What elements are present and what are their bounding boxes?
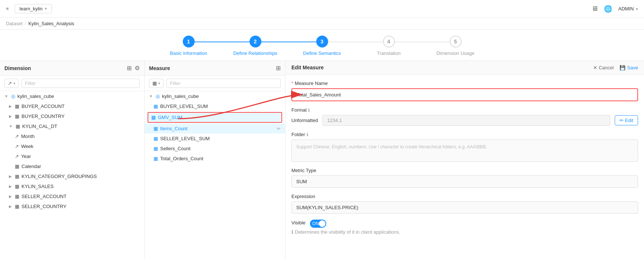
steps-wizard: 1 Basic Information 2 Define Relationshi… [0,30,644,61]
form-group-measure-name: * Measure Name [291,80,638,101]
tree-item-month[interactable]: ↗ Month [0,131,144,141]
folder-input-box[interactable]: Support Chinese, English, numbers. Use \… [291,139,638,162]
measure-type-dropdown[interactable]: ▦ ▾ [149,79,164,88]
measure-item-total-orders-count[interactable]: ▦ Total_Orders_Count [145,154,285,164]
step-1[interactable]: 1 Basic Information [155,36,222,56]
measure-title: Measure [149,65,170,71]
toggle-knob [319,220,326,227]
dimension-type-dropdown[interactable]: ↗ ▾ [4,79,19,88]
required-star: * [291,80,293,86]
unformatted-label: Unformatted [291,118,318,123]
table-icon: ▦ [15,204,19,209]
format-edit-button[interactable]: ✏ Edit [615,115,638,125]
tree-item-seller-country[interactable]: ▶ ▦ SELLER_COUNTRY [0,201,144,211]
breadcrumb-separator: / [25,21,26,26]
format-label: Format ℹ [291,107,638,113]
expression-value: SUM(KYLIN_SALES.PRICE) [291,201,638,214]
step-3-label: Define Semantics [303,50,341,56]
edit-measure-body: * Measure Name Format ℹ Unformatted 1234… [285,75,644,260]
toggle-on-label: ON [312,221,319,226]
tree-item-kylin-cal-dt[interactable]: ▼ ▦ KYLIN_CAL_DT [0,121,144,131]
table-icon: ▦ [15,103,19,109]
dimension-filter-input[interactable] [22,79,140,88]
step-3-circle: 3 [316,36,328,47]
measure-filter-input[interactable] [166,79,281,88]
tree-item-kylin-category[interactable]: ▶ ▦ KYLIN_CATEGORY_GROUPINGS [0,171,144,181]
tree-item-buyer-account[interactable]: ▶ ▦ BUYER_ACCOUNT [0,101,144,111]
admin-menu[interactable]: ADMIN ▾ [618,6,638,11]
dimension-icon-1[interactable]: ⊞ [127,65,132,72]
step-1-circle: 1 [183,36,195,47]
measure-item-gmv-sum[interactable]: ▦ GMV_SUM [148,112,282,123]
step-5-circle: 5 [450,36,462,47]
step-4-circle: 4 [383,36,395,47]
measure-bar-icon: ▦ [153,156,158,161]
menu-button[interactable]: ≡ [6,6,9,11]
form-group-format: Format ℹ Unformatted 1234.1 ✏ Edit [291,107,638,126]
tree-item-seller-account[interactable]: ▶ ▦ SELLER_ACCOUNT [0,191,144,201]
tree-item-year[interactable]: ↗ Year [0,151,144,161]
edit-measure-title: Edit Measure [291,65,324,70]
edit-measure-header: Edit Measure ✕ Cancel 💾 Save [285,61,644,75]
measure-name-input[interactable] [291,88,638,101]
step-4[interactable]: 4 Translation [356,36,422,56]
metric-type-value: SUM [291,175,638,188]
expand-icon: ▶ [9,204,12,208]
table-icon: ▦ [15,174,19,179]
form-group-expression: Expression SUM(KYLIN_SALES.PRICE) [291,194,638,214]
measure-item-items-count[interactable]: ▦ Items_Count ✏ [145,124,285,134]
cube-icon: ◎ [156,93,160,99]
dropdown-chevron: ▾ [13,81,15,85]
folder-info-icon[interactable]: ℹ [307,132,308,137]
measure-tree: ▼ ◎ kylin_sales_cube ▦ BUYER_LEVEL_SUM ▦… [145,91,285,260]
tree-item-kylin-sales[interactable]: ▶ ▦ KYLIN_SALES [0,181,144,191]
measure-item-sellers-count[interactable]: ▦ Sellers_Count [145,144,285,154]
measure-icon-table[interactable]: ⊞ [276,65,281,72]
form-group-metric-type: Metric Type SUM [291,168,638,188]
items-count-edit-icon[interactable]: ✏ [277,126,281,131]
save-button[interactable]: 💾 Save [620,65,638,70]
measure-icons: ⊞ [276,65,281,72]
calendar-icon: ▦ [15,164,19,169]
tree-item-calendar[interactable]: ▦ Calendar [0,161,144,171]
tree-item-buyer-country[interactable]: ▶ ▦ BUYER_COUNTRY [0,111,144,121]
measure-name-label: * Measure Name [291,80,638,86]
breadcrumb-dataset[interactable]: Dataset [6,21,23,26]
step-5-label: Dimension Usage [436,50,475,56]
step-2[interactable]: 2 Define Relationships [222,36,289,56]
chevron-down-icon: ▾ [45,6,47,11]
expand-icon: ▶ [9,194,12,198]
topnav-right: 🖥 🌐 ADMIN ▾ [591,5,638,13]
tree-item-week[interactable]: ↗ Week [0,141,144,151]
form-group-visible: Visible ON ℹ Determines the visibility o… [291,220,638,235]
measure-item-buyer-level-sum[interactable]: ▦ BUYER_LEVEL_SUM [145,101,285,111]
measure-bar-icon: ▦ [153,103,158,109]
breadcrumb-current: Kylin_Sales_Analysis [28,21,74,26]
step-3[interactable]: 3 Define Semantics [289,36,356,56]
monitor-icon[interactable]: 🖥 [591,5,598,13]
tree-item-kylin-sales-cube[interactable]: ▼ ◎ kylin_sales_cube [0,91,144,101]
measure-item-seller-level-sum[interactable]: ▦ SELLER_LEVEL_SUM [145,134,285,144]
hamburger-icon: ≡ [6,6,9,11]
dimension-icon-2[interactable]: ⚙ [135,65,140,72]
breadcrumb: Dataset / Kylin_Sales_Analysis [0,18,644,30]
dimension-filter-bar: ↗ ▾ [0,76,144,91]
measure-tree-root[interactable]: ▼ ◎ kylin_sales_cube [145,91,285,101]
globe-icon[interactable]: 🌐 [604,5,612,13]
dimension-panel: Dimension ⊞ ⚙ ↗ ▾ ▼ ◎ kylin_sales_cube ▶ [0,61,145,260]
dim-icon: ↗ [15,134,19,139]
visible-row: Visible ON [291,220,638,228]
measure-header: Measure ⊞ [145,61,285,76]
format-info-icon[interactable]: ℹ [308,108,310,113]
metric-type-label: Metric Type [291,168,638,173]
cancel-button[interactable]: ✕ Cancel [593,65,614,70]
step-5[interactable]: 5 Dimension Usage [422,36,489,56]
dimension-tree: ▼ ◎ kylin_sales_cube ▶ ▦ BUYER_ACCOUNT ▶… [0,91,144,260]
chart-icon: ↗ [8,80,12,86]
expand-icon: ▶ [9,114,12,118]
measure-bar-icon: ▦ [153,146,158,151]
expand-icon: ▶ [9,104,12,108]
steps-list: 1 Basic Information 2 Define Relationshi… [155,36,489,56]
visible-toggle[interactable]: ON [310,220,326,228]
project-selector[interactable]: learn_kylin ▾ [15,4,52,13]
